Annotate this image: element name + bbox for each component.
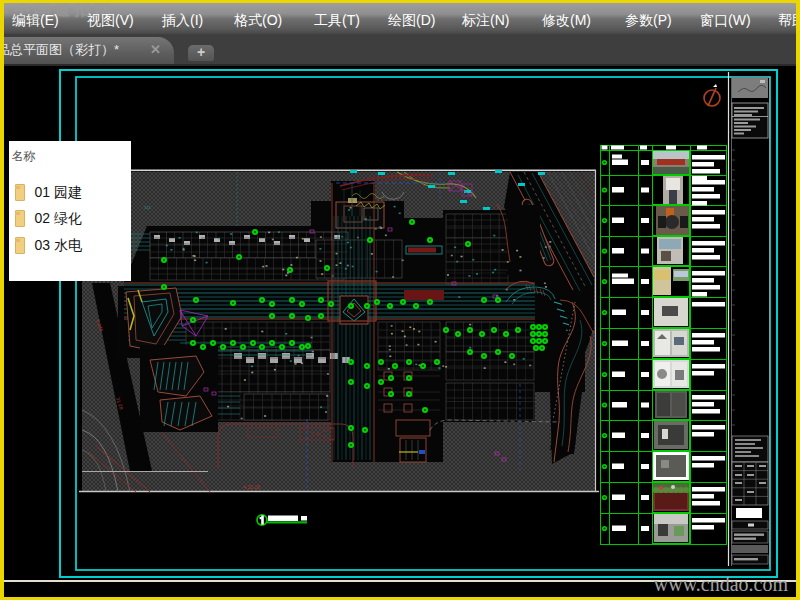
svg-text:4.32-28: 4.32-28	[243, 484, 260, 490]
svg-text:314: 314	[144, 205, 151, 210]
